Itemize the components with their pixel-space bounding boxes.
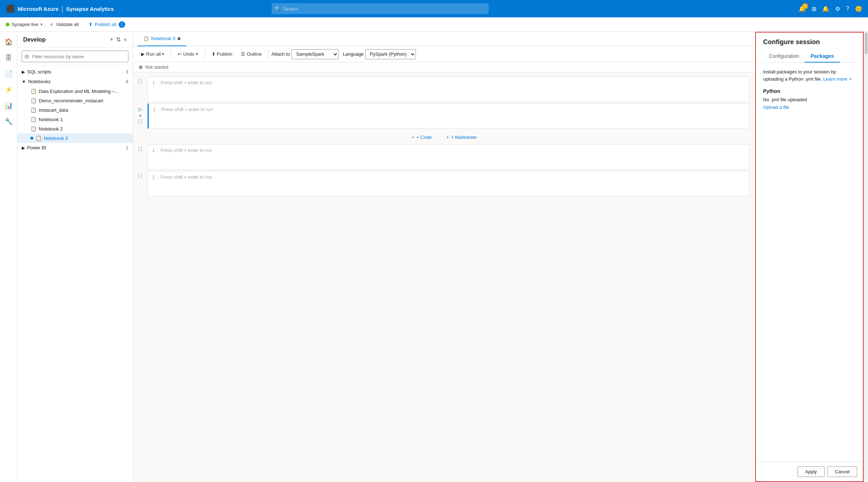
notebook-label-6: Notebook 3 [44,136,68,141]
settings-icon[interactable]: ⚙ [835,5,840,12]
notebook-item-3[interactable]: 📋 instacart_data [17,105,133,115]
notebook-icon-1: 📋 [30,88,37,94]
add-code-button[interactable]: + + Code [407,133,436,141]
notebook-icon-4: 📋 [30,116,37,122]
learn-more-link[interactable]: Learn more [823,76,847,82]
notebook-item-4[interactable]: 📋 Notebook 1 [17,115,133,124]
attach-to-select[interactable]: SampleSpark [292,49,339,59]
synapse-live-chevron[interactable]: ▾ [41,22,43,27]
sql-scripts-header[interactable]: ▶ SQL scripts 3 [17,67,133,77]
icon-sidebar: 🏠 🗄 📄 ⚡ 📊 🔧 [0,32,17,482]
outline-button[interactable]: ☰ Outline [237,50,265,58]
sort-icon[interactable]: ⇅ [116,36,121,43]
secondary-bar: Synapse live ▾ ✓ Validate all ⬆ Publish … [0,17,868,32]
sql-scripts-chevron: ▶ [22,69,25,74]
right-scrollbar[interactable] [864,32,868,482]
outline-label: Outline [247,51,261,57]
notebook-item-2[interactable]: 📋 Demo_recommender_instacart [17,96,133,105]
configure-session-body: Install packages to your session by uplo… [756,63,863,462]
run-all-button[interactable]: ▶ Run all ▾ [137,50,168,58]
add-resource-button[interactable]: + [110,36,113,43]
help-icon[interactable]: ? [846,5,849,12]
publish-label: Publish [217,51,233,57]
notebooks-label: Notebooks [28,79,51,84]
notebooks-count: 6 [126,79,128,84]
configure-session-footer: Apply Cancel [756,462,863,481]
bell-icon[interactable]: 🔔 [822,5,829,12]
tab-packages[interactable]: Packages [805,50,840,63]
cell-2-run-button[interactable]: ▷ [136,105,145,114]
cell-1[interactable]: 1 Press shift + enter to run [148,77,749,102]
cell-bracket-1: [ ] [139,78,142,84]
left-panel: Develop + ⇅ « ⊟ ▶ SQL scripts 3 [17,32,133,482]
cell-2[interactable]: 1 Press shift + enter to run [148,103,749,129]
sidebar-data[interactable]: 🗄 [1,51,16,65]
sidebar-integrate[interactable]: ⚡ [1,82,16,97]
run-all-chevron[interactable]: ▾ [162,52,164,56]
configure-session-panel: Configure session Configuration Packages… [755,32,864,482]
cell-3[interactable]: 1 Press shift + enter to run [148,144,749,170]
undo-button[interactable]: ↩ Undo ▾ [174,50,201,58]
cell-row-1: [ ] 1 Press shift + enter to run [133,77,755,102]
cell-1-line-number: 1 [152,80,155,85]
sql-scripts-label: SQL scripts [27,69,51,74]
run-all-icon: ▶ [141,51,145,57]
product-name: Synapse Analytics [66,6,114,12]
filter-input[interactable] [22,51,128,62]
cell-4[interactable]: 1 Press shift + enter to run [148,171,749,196]
search-bar[interactable]: 🔍 [272,3,489,14]
notebook-label-3: instacart_data [39,107,68,113]
cell-2-chevron[interactable]: ▾ [139,114,141,118]
powerbi-header[interactable]: ▶ Power BI 1 [17,143,133,153]
status-label: Not started [145,64,169,70]
portal-icon[interactable]: ⊞ [812,5,816,12]
notebook-area: 📋 Notebook 3 ▶ Run all ▾ ↩ Undo ▾ ⬆ Publ… [133,32,755,482]
add-markdown-button[interactable]: + + Markdown [442,133,481,141]
undo-icon: ↩ [178,51,182,57]
cell-row-2: ▷ ▾ [ ] 1 Press shift + enter to run [133,103,755,129]
notebook-item-6[interactable]: 📋 Notebook 3 [17,133,133,143]
cell-bracket-4: [ ] [139,172,142,178]
sidebar-home[interactable]: 🏠 [1,35,16,49]
nav-icons: 🔔 1 ⊞ 🔔 ⚙ ? 😊 [799,5,862,12]
collapse-icon[interactable]: « [124,36,127,43]
powerbi-count: 1 [126,145,128,150]
sidebar-develop[interactable]: 📄 [1,67,16,81]
notebook-tab-label: Notebook 3 [151,36,175,41]
sidebar-monitor[interactable]: 📊 [1,98,16,113]
search-input[interactable] [272,3,489,14]
language-select[interactable]: PySpark (Python) [365,49,416,59]
add-markdown-icon: + [446,135,449,140]
cancel-button[interactable]: Cancel [827,466,857,477]
publish-all-button[interactable]: ⬆ Publish all 1 [86,20,128,29]
scrollbar-thumb[interactable] [865,33,868,54]
apply-button[interactable]: Apply [797,466,825,477]
validate-all-button[interactable]: ✓ Validate all [47,20,82,29]
notebook-tab-3[interactable]: 📋 Notebook 3 [137,32,186,46]
undo-chevron[interactable]: ▾ [196,52,198,56]
external-link-icon: ↗ [848,77,852,81]
toolbar-divider-2 [205,50,205,59]
tab-configuration[interactable]: Configuration [763,50,805,63]
notebook-item-1[interactable]: 📋 Data Exploration and ML Modeling –… [17,86,133,96]
undo-label: Undo [183,51,194,57]
cell-4-line-number: 1 [152,174,155,180]
nav-brand: ⬛ Microsoft Azure | Synapse Analytics [6,4,114,13]
cell-3-placeholder: Press shift + enter to run [161,148,212,153]
powerbi-chevron: ▶ [22,145,25,150]
filter-icon: ⊟ [25,54,29,59]
feedback-icon[interactable]: 😊 [855,5,862,12]
tab-configuration-label: Configuration [769,53,799,59]
notebook-item-5[interactable]: 📋 Notebook 2 [17,124,133,133]
upload-file-link[interactable]: Upload a file [763,104,789,110]
configure-session-header: Configure session Configuration Packages [756,33,863,63]
status-dot [139,65,142,69]
left-panel-header: Develop + ⇅ « [17,32,133,48]
notebooks-header[interactable]: ▼ Notebooks 6 [17,77,133,86]
notification-icon[interactable]: 🔔 1 [799,5,806,12]
cell-2-placeholder: Press shift + enter to run [161,107,213,112]
attach-to-label: Attach to [271,51,290,57]
publish-button[interactable]: ⬆ Publish [208,50,236,58]
main-layout: 🏠 🗄 📄 ⚡ 📊 🔧 Develop + ⇅ « ⊟ ▶ [0,32,868,482]
sidebar-manage[interactable]: 🔧 [1,114,16,129]
